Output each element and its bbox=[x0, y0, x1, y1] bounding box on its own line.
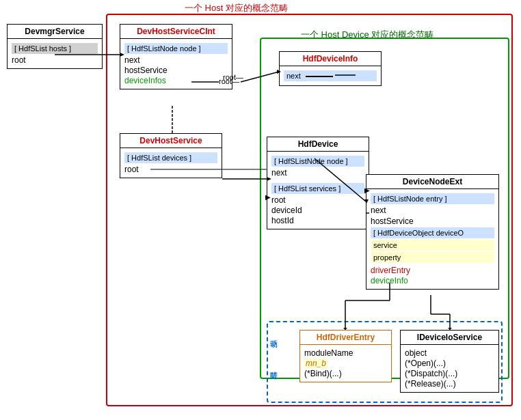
hdf-driver-entry-title: HdfDriverEntry bbox=[300, 331, 391, 345]
device-node-ext-field2: next bbox=[371, 206, 494, 215]
devmgr-field2: root bbox=[12, 55, 98, 65]
hdf-driver-entry-field2: mn_b bbox=[304, 359, 387, 368]
root-label-connector: root— bbox=[219, 77, 239, 85]
hdf-device-field5: deviceId bbox=[271, 206, 364, 215]
mn-b-value: mn_b bbox=[304, 359, 328, 368]
devhost-service-title: DevHostService bbox=[120, 134, 222, 148]
device-node-ext-field6: property bbox=[371, 252, 494, 263]
devhost-cint-body: [ HdfSListNode node ] next hostService d… bbox=[120, 39, 232, 89]
idevice-io-box: IDeviceIoService object (*Open)(...) (*D… bbox=[400, 330, 499, 393]
devhost-service-box: DevHostService [ HdfSList devices ] root bbox=[120, 133, 222, 178]
devhost-service-body: [ HdfSList devices ] root bbox=[120, 148, 222, 178]
devmgr-service-body: [ HdfSList hosts ] root bbox=[8, 39, 102, 68]
devhost-cint-field3: hostService bbox=[124, 66, 228, 75]
idevice-io-field1: object bbox=[405, 348, 494, 358]
hdf-device-info-field1: next bbox=[284, 70, 377, 81]
device-node-ext-field5: service bbox=[371, 240, 494, 251]
idevice-io-body: object (*Open)(...) (*Dispatch)(...) (*R… bbox=[401, 345, 498, 392]
devhost-cint-field1: [ HdfSListNode node ] bbox=[124, 43, 228, 54]
device-node-ext-field3: hostService bbox=[371, 216, 494, 226]
devhost-service-field1: [ HdfSList devices ] bbox=[124, 152, 217, 163]
device-node-ext-field8: deviceInfo bbox=[371, 276, 494, 285]
idevice-io-field4: (*Release)(...) bbox=[405, 379, 494, 389]
hdf-device-field2: next bbox=[271, 168, 364, 178]
device-node-ext-body: [ HdfSListNode entry ] next hostService … bbox=[366, 189, 498, 289]
device-node-ext-field4: [ HdfDeviceObject deviceO bbox=[371, 227, 494, 238]
hdf-driver-entry-box: HdfDriverEntry moduleName mn_b (*Bind)(.… bbox=[299, 330, 392, 382]
devhost-service-field2: root bbox=[124, 165, 217, 174]
devhost-cint-field2: next bbox=[124, 55, 228, 65]
idevice-io-field3: (*Dispatch)(...) bbox=[405, 369, 494, 378]
hdf-device-field1: [ HdfSListNode node ] bbox=[271, 156, 364, 167]
devhost-cint-field4: deviceInfos bbox=[124, 76, 228, 85]
hdf-device-title: HdfDevice bbox=[267, 137, 369, 152]
device-node-ext-field7: driverEntry bbox=[371, 266, 494, 275]
device-node-ext-title: DeviceNodeExt bbox=[366, 175, 498, 189]
devmgr-field1: [ HdfSList hosts ] bbox=[12, 43, 98, 54]
hdf-device-info-title: HdfDeviceInfo bbox=[280, 52, 381, 66]
diagram-container: 一个 Host 对应的概念范畴 一个 Host Device 对应的概念范畴 驱… bbox=[0, 0, 521, 420]
devhost-cint-title: DevHostServiceCInt bbox=[120, 25, 232, 39]
hdf-device-info-box: HdfDeviceInfo next bbox=[279, 51, 382, 86]
hdf-device-field3: [ HdfSList services ] bbox=[271, 183, 364, 194]
hdf-driver-entry-field1: moduleName bbox=[304, 348, 387, 358]
idevice-io-title: IDeviceIoService bbox=[401, 331, 498, 345]
hdf-driver-entry-body: moduleName mn_b (*Bind)(...) bbox=[300, 345, 391, 382]
hdf-driver-entry-field3: (*Bind)(...) bbox=[304, 369, 387, 378]
hdf-device-info-body: next bbox=[280, 66, 381, 85]
host-scope-label: 一个 Host 对应的概念范畴 bbox=[185, 2, 288, 14]
hdf-device-field4: root bbox=[271, 195, 364, 205]
devmgr-service-title: DevmgrService bbox=[8, 25, 102, 39]
hdf-device-field6: hostId bbox=[271, 216, 364, 225]
host-device-scope-label: 一个 Host Device 对应的概念范畴 bbox=[301, 29, 433, 41]
hdf-device-body: [ HdfSListNode node ] next [ HdfSList se… bbox=[267, 152, 369, 229]
devmgr-service-box: DevmgrService [ HdfSList hosts ] root bbox=[7, 24, 103, 69]
devhost-cint-box: DevHostServiceCInt [ HdfSListNode node ]… bbox=[120, 24, 232, 89]
device-node-ext-box: DeviceNodeExt [ HdfSListNode entry ] nex… bbox=[366, 174, 499, 290]
hdf-device-box: HdfDevice [ HdfSListNode node ] next [ H… bbox=[267, 137, 369, 229]
idevice-io-field2: (*Open)(...) bbox=[405, 359, 494, 368]
hdf-device-info-next: next bbox=[286, 72, 301, 80]
device-node-ext-field1: [ HdfSListNode entry ] bbox=[371, 193, 494, 204]
